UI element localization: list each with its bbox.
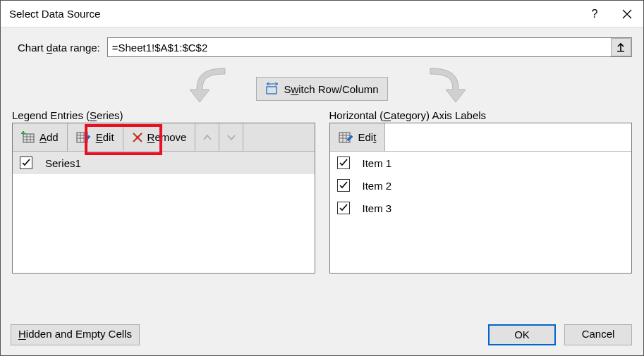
switch-row-column-button[interactable]: Switch Row/Column bbox=[256, 77, 387, 101]
edit-category-button[interactable]: Edit bbox=[330, 123, 386, 151]
arrow-right-graphic bbox=[416, 66, 473, 105]
add-table-icon bbox=[21, 131, 35, 144]
legend-toolbar: Add Edit Remove bbox=[13, 123, 315, 152]
switch-icon bbox=[265, 82, 279, 95]
edit-label: Edit bbox=[96, 131, 114, 143]
remove-label: Remove bbox=[147, 131, 187, 143]
category-label: Item 3 bbox=[363, 202, 392, 214]
switch-row: Switch Row/Column bbox=[12, 64, 632, 113]
chevron-down-icon bbox=[227, 134, 236, 141]
panels: Legend Entries (Series) Add Edit bbox=[12, 109, 632, 274]
chart-data-range-row: Chart data range: bbox=[18, 37, 632, 57]
svg-rect-2 bbox=[23, 134, 34, 142]
check-icon bbox=[339, 180, 348, 190]
dialog-title: Select Data Source bbox=[9, 8, 578, 20]
help-button[interactable]: ? bbox=[578, 1, 611, 27]
check-icon bbox=[21, 158, 31, 168]
category-row[interactable]: Item 1 bbox=[330, 152, 632, 174]
collapse-dialog-button[interactable] bbox=[611, 38, 631, 56]
close-button[interactable] bbox=[611, 1, 643, 27]
chart-data-range-label: Chart data range: bbox=[18, 42, 100, 54]
edit-cat-label: Edit bbox=[358, 131, 377, 143]
chevron-up-icon bbox=[203, 134, 212, 141]
ok-button[interactable]: OK bbox=[488, 324, 556, 345]
titlebar: Select Data Source ? bbox=[1, 1, 643, 27]
category-checkbox[interactable] bbox=[337, 202, 350, 214]
chart-data-range-field[interactable] bbox=[107, 37, 632, 57]
collapse-icon bbox=[616, 42, 626, 52]
check-icon bbox=[339, 203, 348, 213]
cancel-button[interactable]: Cancel bbox=[564, 324, 632, 345]
category-checkbox[interactable] bbox=[337, 156, 350, 169]
edit-table-icon bbox=[339, 131, 354, 144]
series-label: Series1 bbox=[45, 157, 81, 169]
category-checkbox[interactable] bbox=[337, 179, 350, 192]
legend-entries-panel: Legend Entries (Series) Add Edit bbox=[12, 109, 315, 274]
series-list[interactable]: Series1 bbox=[13, 152, 315, 273]
remove-icon bbox=[132, 132, 143, 143]
dialog-content: Chart data range: Switch Row/Column bbox=[1, 27, 643, 316]
series-checkbox[interactable] bbox=[20, 156, 32, 169]
svg-rect-0 bbox=[617, 51, 624, 51]
category-row[interactable]: Item 2 bbox=[330, 174, 632, 197]
category-box: Edit Item 1 Item 2 bbox=[329, 123, 633, 274]
switch-label: Switch Row/Column bbox=[284, 83, 378, 95]
check-icon bbox=[339, 158, 348, 168]
category-toolbar: Edit bbox=[330, 123, 632, 152]
legend-box: Add Edit Remove bbox=[12, 123, 315, 274]
dialog-footer: Hidden and Empty Cells OK Cancel bbox=[1, 316, 643, 355]
edit-series-button[interactable]: Edit bbox=[68, 123, 123, 151]
series-row[interactable]: Series1 bbox=[13, 152, 315, 174]
category-row[interactable]: Item 3 bbox=[330, 197, 632, 219]
category-axis-panel: Horizontal (Category) Axis Labels Edit bbox=[329, 109, 633, 274]
remove-series-button[interactable]: Remove bbox=[123, 123, 196, 151]
edit-table-icon bbox=[76, 131, 92, 144]
add-label: Add bbox=[40, 131, 59, 143]
move-up-button[interactable] bbox=[195, 123, 219, 151]
move-down-button[interactable] bbox=[219, 123, 243, 151]
category-label: Item 2 bbox=[363, 180, 392, 192]
add-series-button[interactable]: Add bbox=[13, 123, 68, 151]
arrow-left-graphic bbox=[183, 66, 239, 105]
category-list[interactable]: Item 1 Item 2 Item 3 bbox=[330, 152, 632, 273]
chart-data-range-input[interactable] bbox=[108, 40, 611, 55]
svg-rect-1 bbox=[267, 87, 277, 94]
close-icon bbox=[622, 9, 632, 19]
legend-entries-label: Legend Entries (Series) bbox=[12, 109, 315, 121]
hidden-empty-cells-button[interactable]: Hidden and Empty Cells bbox=[11, 324, 140, 345]
category-label: Item 1 bbox=[363, 157, 392, 169]
select-data-source-dialog: Select Data Source ? Chart data range: bbox=[0, 0, 644, 356]
